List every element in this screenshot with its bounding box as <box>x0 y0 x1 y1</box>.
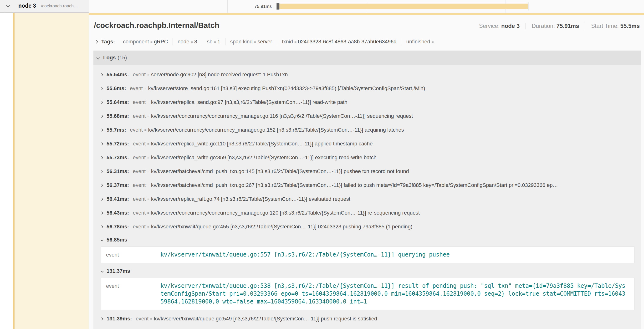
log-marker-tick <box>274 3 274 10</box>
tag-equals: = <box>432 40 434 44</box>
log-expand-chevron-icon[interactable] <box>100 198 103 201</box>
log-expand-chevron-icon[interactable] <box>100 128 103 132</box>
trace-detail-page: node 3 /cockroach.roach… 75.91ms /cockro… <box>0 0 644 329</box>
log-timestamp: 131.39ms: <box>106 316 132 322</box>
log-row[interactable]: 56.31ms: event = kv/kvserver/batcheval/c… <box>100 164 641 178</box>
expanded-log-header[interactable]: 131.37ms <box>97 265 641 277</box>
log-field-key: event <box>133 182 146 188</box>
log-message: server/node.go:902 [n3] node received re… <box>151 72 288 78</box>
operation-title: /cockroach.roachpb.Internal/Batch <box>94 21 219 30</box>
log-row[interactable]: 56.78ms: event = kv/kvserver/txnwait/que… <box>100 220 641 234</box>
logs-count: (15) <box>118 54 127 61</box>
log-equals: = <box>150 317 152 321</box>
tag-equals: = <box>214 40 216 44</box>
log-row[interactable]: 55.72ms: event = kv/kvserver/replica_wri… <box>100 137 641 151</box>
event-field-value: kv/kvserver/txnwait/queue.go:538 [n3,s3,… <box>160 282 626 306</box>
log-expand-chevron-icon[interactable] <box>100 156 103 159</box>
log-marker-tick-end <box>528 2 528 10</box>
log-row[interactable]: 56.37ms: event = kv/kvserver/batcheval/c… <box>100 178 641 192</box>
log-expand-chevron-icon[interactable] <box>100 142 103 146</box>
log-expand-chevron-icon[interactable] <box>100 73 103 76</box>
log-field-key: event <box>133 113 146 119</box>
collapse-span-chevron-icon[interactable] <box>6 4 10 8</box>
log-row[interactable]: 55.68ms: event = kv/kvserver/concurrency… <box>100 109 641 123</box>
start-time-value: 55.5ms <box>620 23 640 29</box>
log-message: kv/kvserver/batcheval/cmd_push_txn.go:14… <box>151 168 409 174</box>
log-expand-chevron-icon[interactable] <box>100 225 103 228</box>
log-field-key: event <box>133 154 146 161</box>
tag-item: node=3 <box>173 38 202 45</box>
log-timestamp: 55.72ms: <box>106 141 129 147</box>
log-message: kv/kvserver/txnwait/queue.go:455 [n3,s3,… <box>151 224 412 230</box>
logs-collapse-chevron-icon[interactable] <box>96 56 100 60</box>
log-expand-chevron-icon[interactable] <box>100 87 103 90</box>
tag-item: span.kind=server <box>226 38 277 45</box>
expanded-log-timestamp: 131.37ms <box>106 268 130 274</box>
log-row[interactable]: 55.7ms: event = kv/kvserver/concurrency/… <box>100 123 641 137</box>
tag-item: txnid=024d3323-6c8f-4863-aa8b-37ab0e6349… <box>277 38 402 45</box>
tags-row[interactable]: Tags: component=gRPC node=3 sb=1 <box>94 34 641 49</box>
span-color-stripe <box>13 0 14 329</box>
log-message: kv/kvserver/store_send.go:161 [n3,s3] ex… <box>148 85 425 92</box>
log-field-key: event <box>133 72 146 78</box>
span-name-column[interactable]: node 3 /cockroach.roach… <box>0 0 89 13</box>
log-row[interactable]: 55.64ms: event = kv/kvserver/replica_sen… <box>100 95 641 109</box>
log-row[interactable]: 55.6ms: event = kv/kvserver/store_send.g… <box>100 82 641 95</box>
log-marker-tick <box>280 3 280 10</box>
log-equals: = <box>144 128 146 132</box>
log-field-key: event <box>133 168 146 174</box>
logs-list: 55.54ms: event = server/node.go:902 [n3]… <box>94 65 641 326</box>
expanded-log-entry: 131.37ms event kv/kvserver/txnwait/queue… <box>100 265 641 310</box>
log-collapse-chevron-icon[interactable] <box>100 238 104 242</box>
log-message: kv/kvserver/replica_raft.go:74 [n3,s3,r6… <box>151 196 350 202</box>
log-expand-chevron-icon[interactable] <box>100 317 103 320</box>
log-equals: = <box>147 73 150 77</box>
log-expand-chevron-icon[interactable] <box>100 184 103 187</box>
log-expand-chevron-icon[interactable] <box>100 101 103 104</box>
span-service-name: node 3 <box>18 2 36 9</box>
log-expand-chevron-icon[interactable] <box>100 115 103 118</box>
expanded-log-entries: 56.85ms event kv/kvserver/txnwait/queue.… <box>100 234 641 310</box>
logs-section: Logs (15) 55.54ms: event = server/node.g… <box>94 50 641 329</box>
duration-value: 75.91ms <box>556 23 579 29</box>
start-time-label: Start Time: <box>591 23 619 29</box>
log-message: kv/kvserver/replica_write.go:359 [n3,s3,… <box>151 154 376 161</box>
span-duration-bar[interactable] <box>279 4 528 9</box>
tag-value: 3 <box>194 38 197 44</box>
expanded-log-header[interactable]: 56.85ms <box>97 234 641 246</box>
tag-value: gRPC <box>154 38 168 44</box>
log-marker-tick <box>278 3 279 10</box>
duration-label: Duration: <box>532 23 555 29</box>
tag-item: unfinished= <box>401 38 440 45</box>
log-equals: = <box>147 100 150 104</box>
span-row[interactable]: node 3 /cockroach.roach… 75.91ms <box>0 0 644 13</box>
log-equals: = <box>144 86 146 90</box>
log-timestamp: 56.43ms: <box>106 210 129 216</box>
log-collapse-chevron-icon[interactable] <box>100 270 104 273</box>
log-field-key: event <box>130 85 143 92</box>
log-row[interactable]: 56.43ms: event = kv/kvserver/concurrency… <box>100 206 641 220</box>
logs-title: Logs <box>103 54 116 61</box>
expanded-log-timestamp: 56.85ms <box>106 237 127 243</box>
service-value: node 3 <box>501 23 520 29</box>
span-detail-panel: /cockroach.roachpb.Internal/Batch Servic… <box>89 15 644 329</box>
log-expand-chevron-icon[interactable] <box>100 170 103 173</box>
log-marker-tick <box>275 3 275 10</box>
log-row[interactable]: 55.73ms: event = kv/kvserver/replica_wri… <box>100 151 641 164</box>
log-message: kv/kvserver/replica_send.go:97 [n3,s3,r6… <box>151 99 348 106</box>
tag-key: unfinished <box>406 38 430 44</box>
log-row[interactable]: 55.54ms: event = server/node.go:902 [n3]… <box>100 68 641 82</box>
tag-key: node <box>178 38 189 44</box>
log-equals: = <box>147 225 150 229</box>
tag-equals: = <box>191 40 193 44</box>
log-event-card: event kv/kvserver/txnwait/queue.go:557 [… <box>101 246 634 263</box>
tag-key: txnid <box>282 38 293 44</box>
expanded-log-entry: 56.85ms event kv/kvserver/txnwait/queue.… <box>100 234 641 263</box>
log-row[interactable]: 56.41ms: event = kv/kvserver/replica_raf… <box>100 192 641 206</box>
tags-expand-chevron-icon[interactable] <box>94 40 98 44</box>
log-expand-chevron-icon[interactable] <box>100 212 103 214</box>
log-equals: = <box>147 114 150 118</box>
logs-header[interactable]: Logs (15) <box>94 50 641 65</box>
log-row[interactable]: 131.39ms: event = kv/kvserver/txnwait/qu… <box>100 312 641 326</box>
log-timestamp: 56.37ms: <box>106 182 129 188</box>
